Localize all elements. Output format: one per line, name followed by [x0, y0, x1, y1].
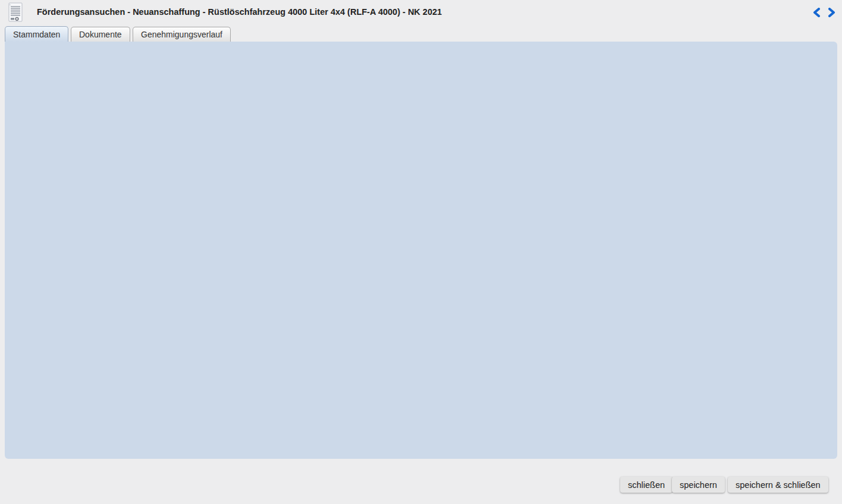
- tab-dokumente[interactable]: Dokumente: [71, 27, 130, 42]
- tab-stammdaten[interactable]: Stammdaten: [5, 26, 68, 42]
- page-title: Förderungsansuchen - Neuanschaffung - Rü…: [37, 0, 442, 24]
- form-panel: [5, 42, 837, 459]
- nav-next-icon[interactable]: [827, 8, 836, 20]
- save-and-close-button[interactable]: speichern & schließen: [728, 477, 828, 493]
- save-button[interactable]: speichern: [672, 477, 725, 493]
- document-icon: [7, 2, 24, 25]
- app-header: Förderungsansuchen - Neuanschaffung - Rü…: [0, 0, 842, 26]
- nav-previous-icon[interactable]: [812, 8, 821, 20]
- tab-genehmigungsverlauf[interactable]: Genehmigungsverlauf: [133, 27, 231, 42]
- close-button[interactable]: schließen: [620, 477, 673, 493]
